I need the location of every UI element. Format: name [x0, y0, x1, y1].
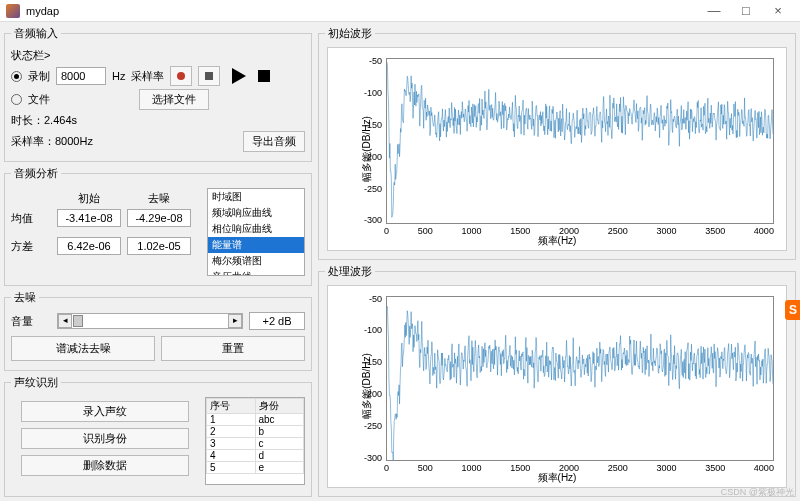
chart2-xticks: 05001000150020002500300035004000: [384, 463, 774, 473]
slider-thumb[interactable]: [73, 315, 83, 327]
close-button[interactable]: ×: [762, 3, 794, 18]
play-icon: [232, 68, 246, 84]
select-file-button[interactable]: 选择文件: [139, 89, 209, 110]
table-row: 2b: [207, 426, 304, 438]
voiceprint-legend: 声纹识别: [11, 375, 61, 390]
analysis-legend: 音频分析: [11, 166, 61, 181]
volume-label: 音量: [11, 314, 51, 329]
list-item[interactable]: 音压曲线: [208, 269, 304, 276]
list-item-selected[interactable]: 能量谱: [208, 237, 304, 253]
var-denoise[interactable]: [127, 237, 191, 255]
list-item[interactable]: 时域图: [208, 189, 304, 205]
stop-button[interactable]: [258, 70, 270, 82]
identify-button[interactable]: 识别身份: [21, 428, 189, 449]
export-audio-button[interactable]: 导出音频: [243, 131, 305, 152]
mean-initial[interactable]: [57, 209, 121, 227]
chart2-legend: 处理波形: [325, 264, 375, 279]
var-initial[interactable]: [57, 237, 121, 255]
plot-type-listbox[interactable]: 时域图 频域响应曲线 相位响应曲线 能量谱 梅尔频谱图 音压曲线: [207, 188, 305, 276]
sogou-badge: S: [785, 300, 800, 320]
mean-denoise[interactable]: [127, 209, 191, 227]
chart1-xlabel: 频率(Hz): [538, 234, 577, 248]
spectral-subtraction-button[interactable]: 谱减法去噪: [11, 336, 155, 361]
table-row: 1abc: [207, 414, 304, 426]
voiceprint-panel: 声纹识别 录入声纹 识别身份 删除数据 序号身份 1abc 2b 3c 4d 5…: [4, 375, 312, 497]
table-row: 3c: [207, 438, 304, 450]
table-row: 4d: [207, 450, 304, 462]
stop-record-button[interactable]: [198, 66, 220, 86]
identity-table[interactable]: 序号身份 1abc 2b 3c 4d 5e: [205, 397, 305, 485]
duration-text: 时长：2.464s: [11, 113, 77, 128]
record-icon: [177, 72, 185, 80]
record-button[interactable]: [170, 66, 192, 86]
volume-value[interactable]: [249, 312, 305, 330]
chart2-panel: 处理波形 幅多能(DB/Hz) -50-100-150-200-250-300 …: [318, 264, 796, 498]
minimize-button[interactable]: —: [698, 3, 730, 18]
list-item[interactable]: 频域响应曲线: [208, 205, 304, 221]
title-bar: mydap — □ ×: [0, 0, 800, 22]
slider-right-arrow[interactable]: ▸: [228, 314, 242, 328]
record-label: 录制: [28, 69, 50, 84]
chart1-plot: [386, 58, 774, 224]
file-radio[interactable]: [11, 94, 22, 105]
volume-slider[interactable]: ◂ ▸: [57, 313, 243, 329]
audio-input-legend: 音频输入: [11, 26, 61, 41]
status-label: 状态栏>: [11, 48, 50, 63]
stop-icon: [205, 72, 213, 80]
chart2-xlabel: 频率(Hz): [538, 471, 577, 485]
slider-left-arrow[interactable]: ◂: [58, 314, 72, 328]
audio-input-panel: 音频输入 状态栏> 录制 Hz 采样率 文件 选择文件 时长：2.464s: [4, 26, 312, 162]
col-denoise: 去噪: [127, 191, 191, 206]
samplerate-label: 采样率: [131, 69, 164, 84]
sr-text: 采样率：8000Hz: [11, 134, 93, 149]
denoise-legend: 去噪: [11, 290, 39, 305]
watermark: CSDN @紫极神光: [721, 486, 794, 499]
chart1: 幅多能(DB/Hz) -50-100-150-200-250-300 05001…: [327, 47, 787, 251]
reset-button[interactable]: 重置: [161, 336, 305, 361]
chart1-panel: 初始波形 幅多能(DB/Hz) -50-100-150-200-250-300 …: [318, 26, 796, 260]
samplerate-input[interactable]: [56, 67, 106, 85]
mean-label: 均值: [11, 211, 51, 226]
table-row: 5e: [207, 462, 304, 474]
record-radio[interactable]: [11, 71, 22, 82]
col-initial: 初始: [57, 191, 121, 206]
th-identity: 身份: [255, 399, 304, 414]
delete-data-button[interactable]: 删除数据: [21, 455, 189, 476]
chart1-yticks: -50-100-150-200-250-300: [352, 56, 382, 226]
chart2-plot: [386, 296, 774, 462]
denoise-panel: 去噪 音量 ◂ ▸ 谱减法去噪 重置: [4, 290, 312, 371]
list-item[interactable]: 梅尔频谱图: [208, 253, 304, 269]
analysis-panel: 音频分析 初始 去噪 均值 方差: [4, 166, 312, 286]
play-button[interactable]: [232, 68, 246, 84]
th-index: 序号: [207, 399, 256, 414]
hz-label: Hz: [112, 70, 125, 82]
enroll-voiceprint-button[interactable]: 录入声纹: [21, 401, 189, 422]
chart1-xticks: 05001000150020002500300035004000: [384, 226, 774, 236]
chart1-legend: 初始波形: [325, 26, 375, 41]
app-icon: [6, 4, 20, 18]
window-title: mydap: [26, 5, 698, 17]
list-item[interactable]: 相位响应曲线: [208, 221, 304, 237]
chart2: 幅多能(DB/Hz) -50-100-150-200-250-300 05001…: [327, 285, 787, 489]
maximize-button[interactable]: □: [730, 3, 762, 18]
chart2-yticks: -50-100-150-200-250-300: [352, 294, 382, 464]
file-label: 文件: [28, 92, 50, 107]
var-label: 方差: [11, 239, 51, 254]
stop2-icon: [258, 70, 270, 82]
